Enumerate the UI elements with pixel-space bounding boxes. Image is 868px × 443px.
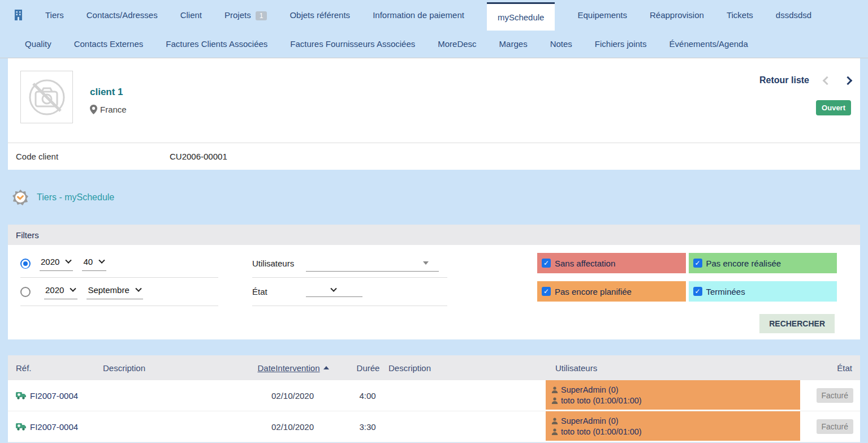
users-select[interactable] <box>306 256 439 272</box>
tab-contacts-externes[interactable]: Contacts Externes <box>74 39 144 49</box>
table-header-row: Réf. Description DateIntervention Durée … <box>8 355 860 380</box>
checkbox-pas-encore-realisee[interactable]: ✓ Pas encore réalisée <box>689 253 837 273</box>
tab-tickets[interactable]: Tickets <box>727 10 753 20</box>
date-cell: 02/10/2020 <box>237 380 348 411</box>
tab-information-paiement[interactable]: Information de paiement <box>373 10 464 20</box>
year-month-select[interactable]: 2020 <box>44 284 77 299</box>
code-client-value: CU2006-00001 <box>170 152 227 161</box>
projets-count-badge: 1 <box>256 11 267 20</box>
tab-dssdsdsd[interactable]: dssdsdsd <box>776 10 811 20</box>
code-client-label: Code client <box>8 152 170 161</box>
tab-moredesc[interactable]: MoreDesc <box>438 39 476 49</box>
users-cell: SuperAdmin (0) toto toto (01:00/01:00) <box>546 411 800 442</box>
week-number-select[interactable]: 40 <box>82 256 106 271</box>
month-select[interactable]: Septembre <box>87 284 142 299</box>
checked-checkbox-icon: ✓ <box>693 287 702 296</box>
week-filter-radio[interactable] <box>20 259 31 269</box>
etat-badge: Facturé <box>817 388 853 403</box>
tab-reapprovision[interactable]: Réapprovision <box>650 10 704 20</box>
month-filter-radio[interactable] <box>20 287 31 297</box>
myschedule-section-header: Tiers - mySchedule <box>0 170 868 225</box>
state-filter-row: État <box>252 278 447 306</box>
description-cell <box>102 411 237 442</box>
no-photo-camera-icon <box>27 77 67 118</box>
sort-ascending-icon <box>323 366 329 369</box>
state-filter-label: État <box>252 287 306 296</box>
duree-cell: 4:00 <box>348 380 387 411</box>
tab-objets-referents[interactable]: Objets référents <box>290 10 350 20</box>
user-name: toto toto (01:00/01:00) <box>561 396 642 405</box>
checkbox-terminees[interactable]: ✓ Terminées <box>689 281 837 302</box>
month-value: Septembre <box>88 285 129 295</box>
header-duree: Durée <box>348 363 387 373</box>
tab-marges[interactable]: Marges <box>499 39 528 49</box>
checked-checkbox-icon: ✓ <box>693 259 702 268</box>
intervention-ref-link[interactable]: FI2007-0004 <box>8 411 102 442</box>
header-date-intervention-sort[interactable]: DateIntervention <box>257 363 329 373</box>
company-building-icon[interactable] <box>14 10 23 20</box>
tab-equipements[interactable]: Equipements <box>577 10 627 20</box>
duree-cell: 3:30 <box>348 411 387 442</box>
user-line: toto toto (01:00/01:00) <box>551 396 642 405</box>
chevron-down-icon <box>70 285 76 291</box>
tab-bar-primary: Tiers Contacts/Adresses Client Projets1 … <box>0 0 868 30</box>
tab-projets[interactable]: Projets1 <box>224 10 267 20</box>
state-select[interactable] <box>306 287 362 297</box>
description2-cell <box>387 411 546 442</box>
intervention-truck-icon <box>16 392 27 399</box>
checkbox-label: Terminées <box>706 287 745 296</box>
tab-client[interactable]: Client <box>180 10 202 20</box>
filters-title: Filters <box>16 230 39 240</box>
back-to-list-link[interactable]: Retour liste <box>759 75 809 85</box>
schedule-clock-icon <box>12 190 28 205</box>
user-name: toto toto (01:00/01:00) <box>561 427 642 436</box>
users-cell: SuperAdmin (0) toto toto (01:00/01:00) <box>546 380 800 411</box>
tab-notes[interactable]: Notes <box>550 39 572 49</box>
chevron-down-icon <box>66 257 72 263</box>
filters-panel-header: Filters <box>8 225 860 245</box>
previous-record-icon <box>823 76 832 85</box>
code-client-row: Code client CU2006-00001 <box>8 143 860 170</box>
tab-contacts-adresses[interactable]: Contacts/Adresses <box>87 10 158 20</box>
year-week-select[interactable]: 2020 <box>40 256 73 271</box>
tab-tiers[interactable]: Tiers <box>45 10 64 20</box>
tab-fichiers-joints[interactable]: Fichiers joints <box>595 39 647 49</box>
user-icon <box>551 386 558 393</box>
user-line: SuperAdmin (0) <box>551 385 619 394</box>
location-pin-icon <box>90 105 97 114</box>
chevron-down-icon <box>135 285 141 291</box>
chevron-down-icon <box>98 257 105 263</box>
checkbox-sans-affectation[interactable]: ✓ Sans affectation <box>537 253 686 273</box>
checkbox-pas-encore-planifiee[interactable]: ✓ Pas encore planifiée <box>537 281 686 302</box>
next-record-icon[interactable] <box>844 76 853 85</box>
user-icon <box>551 418 558 424</box>
client-card: client 1 France Retour liste Ouvert Code… <box>8 58 860 170</box>
intervention-ref: FI2007-0004 <box>30 391 78 401</box>
header-description: Description <box>102 363 237 373</box>
week-number-value: 40 <box>83 257 93 266</box>
checkbox-label: Pas encore planifiée <box>555 287 632 296</box>
user-line: SuperAdmin (0) <box>551 416 619 425</box>
tab-myschedule[interactable]: mySchedule <box>487 2 555 31</box>
year-month-value: 2020 <box>45 285 64 295</box>
dropdown-arrow-icon <box>423 261 429 265</box>
interventions-table: Réf. Description DateIntervention Durée … <box>8 355 860 442</box>
header-etat: État <box>800 363 860 373</box>
header-description-2: Description <box>387 363 546 373</box>
intervention-ref-link[interactable]: FI2007-0004 <box>8 380 102 411</box>
tab-factures-fournisseurs[interactable]: Factures Fournisseurs Associées <box>290 39 415 49</box>
checked-checkbox-icon: ✓ <box>542 259 551 268</box>
spacer <box>0 339 868 355</box>
header-utilisateurs: Utilisateurs <box>546 363 800 373</box>
description2-cell <box>387 380 546 411</box>
tab-quality[interactable]: Quality <box>25 39 51 49</box>
tab-factures-clients[interactable]: Factures Clients Associées <box>166 39 267 49</box>
checkbox-label: Sans affectation <box>555 259 615 268</box>
month-filter-row: 2020 Septembre <box>20 278 218 306</box>
search-button[interactable]: RECHERCHER <box>759 314 835 333</box>
user-name: SuperAdmin (0) <box>561 416 619 425</box>
user-name: SuperAdmin (0) <box>561 385 619 394</box>
tab-evenements-agenda[interactable]: Événements/Agenda <box>670 39 748 49</box>
users-filter-row: Utilisateurs <box>252 250 447 278</box>
status-badge: Ouvert <box>816 100 851 115</box>
